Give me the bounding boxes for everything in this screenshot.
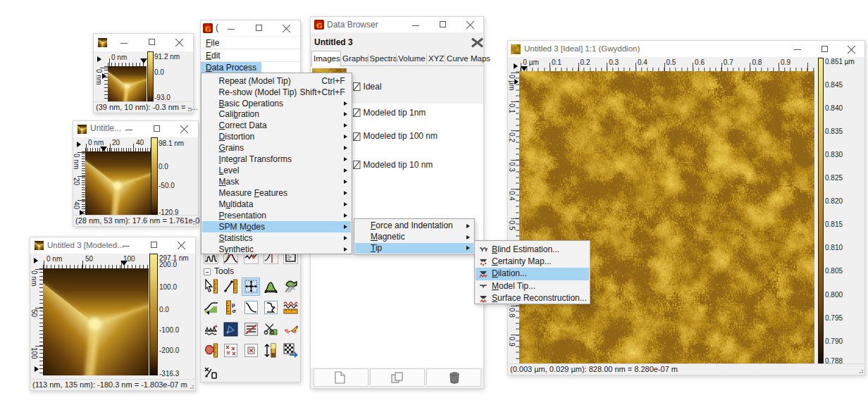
svg-text:G: G <box>205 25 211 33</box>
svg-text:σ: σ <box>232 308 237 314</box>
svg-text:G: G <box>316 21 323 30</box>
svg-text:µ: µ <box>232 301 235 308</box>
